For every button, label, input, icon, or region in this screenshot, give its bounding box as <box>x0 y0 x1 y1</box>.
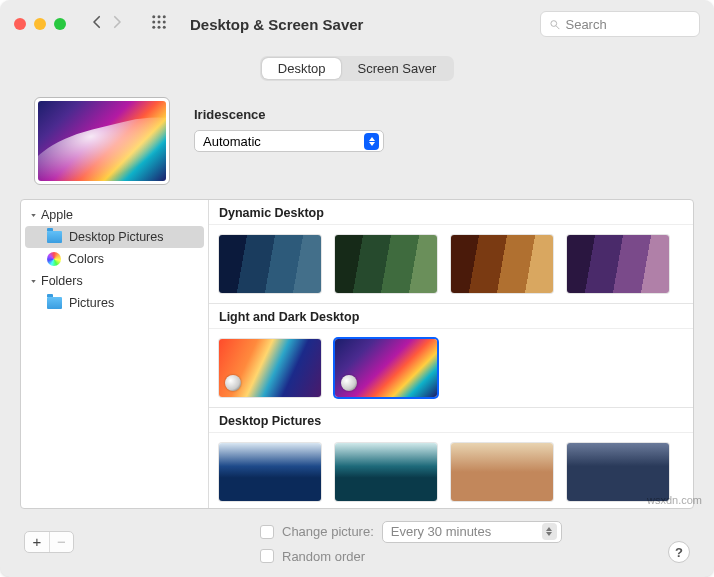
content-area: Iridescence Automatic Apple Desktop Pict… <box>0 91 714 577</box>
wallpaper-mode-select[interactable]: Automatic <box>194 130 384 152</box>
color-wheel-icon <box>47 252 61 266</box>
disclosure-triangle-icon <box>29 277 38 286</box>
tab-bar: Desktop Screen Saver <box>0 48 714 91</box>
change-interval-value: Every 30 minutes <box>391 524 491 539</box>
svg-point-3 <box>152 21 155 24</box>
sidebar-item-label: Desktop Pictures <box>69 230 163 244</box>
sidebar-item-pictures[interactable]: Pictures <box>21 292 208 314</box>
sidebar-group-label: Folders <box>41 274 83 288</box>
sidebar-item-desktop-pictures[interactable]: Desktop Pictures <box>25 226 204 248</box>
gallery-section-light-dark: Light and Dark Desktop <box>209 304 693 329</box>
gallery-section-desktop-pictures: Desktop Pictures <box>209 408 693 433</box>
wallpaper-thumb[interactable] <box>335 339 437 397</box>
dynamic-badge-icon <box>341 375 357 391</box>
window-controls <box>14 18 66 30</box>
help-button[interactable]: ? <box>668 541 690 563</box>
sidebar-item-label: Pictures <box>69 296 114 310</box>
random-order-checkbox[interactable] <box>260 549 274 563</box>
add-remove-buttons: + − <box>24 531 74 553</box>
wallpaper-name-label: Iridescence <box>194 107 384 122</box>
svg-point-6 <box>152 26 155 29</box>
gallery-section-dynamic: Dynamic Desktop <box>209 200 693 225</box>
wallpaper-thumb[interactable] <box>567 443 669 501</box>
close-button[interactable] <box>14 18 26 30</box>
split-view: Apple Desktop Pictures Colors Folders <box>20 199 694 509</box>
stepper-icon <box>542 523 557 540</box>
sidebar-item-colors[interactable]: Colors <box>21 248 208 270</box>
show-all-button[interactable] <box>138 13 168 35</box>
svg-point-8 <box>163 26 166 29</box>
source-sidebar: Apple Desktop Pictures Colors Folders <box>21 200 209 508</box>
preferences-window: Desktop & Screen Saver Desktop Screen Sa… <box>0 0 714 577</box>
change-picture-label: Change picture: <box>282 524 374 539</box>
svg-point-5 <box>163 21 166 24</box>
svg-point-7 <box>158 26 161 29</box>
current-wallpaper-preview <box>34 97 170 185</box>
sidebar-item-label: Colors <box>68 252 104 266</box>
wallpaper-thumb[interactable] <box>219 443 321 501</box>
search-input[interactable] <box>565 17 691 32</box>
sidebar-group-label: Apple <box>41 208 73 222</box>
back-button[interactable] <box>88 13 106 35</box>
svg-point-2 <box>163 15 166 18</box>
toolbar-nav <box>88 13 126 35</box>
remove-folder-button[interactable]: − <box>49 532 73 552</box>
wallpaper-mode-value: Automatic <box>203 134 261 149</box>
wallpaper-thumb[interactable] <box>335 443 437 501</box>
chevron-left-icon <box>88 13 106 31</box>
change-picture-checkbox[interactable] <box>260 525 274 539</box>
wallpaper-thumb[interactable] <box>451 235 553 293</box>
window-title: Desktop & Screen Saver <box>190 16 363 33</box>
watermark: wsxdn.com <box>647 494 702 506</box>
svg-line-10 <box>556 25 559 28</box>
wallpaper-thumb[interactable] <box>219 235 321 293</box>
forward-button[interactable] <box>108 13 126 35</box>
disclosure-triangle-icon <box>29 211 38 220</box>
grid-icon <box>150 13 168 31</box>
sidebar-group-folders[interactable]: Folders <box>21 270 208 292</box>
sidebar-group-apple[interactable]: Apple <box>21 204 208 226</box>
folder-icon <box>47 297 62 309</box>
dynamic-badge-icon <box>225 375 241 391</box>
toolbar: Desktop & Screen Saver <box>0 0 714 48</box>
svg-point-1 <box>158 15 161 18</box>
zoom-button[interactable] <box>54 18 66 30</box>
tab-screen-saver[interactable]: Screen Saver <box>341 58 452 79</box>
wallpaper-gallery[interactable]: Dynamic Desktop Light and Dark Desktop D… <box>209 200 693 508</box>
footer-controls: + − Change picture: Every 30 minutes Ran… <box>20 519 694 565</box>
preview-row: Iridescence Automatic <box>20 91 694 189</box>
svg-point-0 <box>152 15 155 18</box>
wallpaper-thumb[interactable] <box>335 235 437 293</box>
search-field[interactable] <box>540 11 700 37</box>
random-order-label: Random order <box>282 549 365 564</box>
folder-icon <box>47 231 62 243</box>
svg-point-4 <box>158 21 161 24</box>
stepper-icon <box>364 133 379 150</box>
tab-desktop[interactable]: Desktop <box>262 58 342 79</box>
search-icon <box>549 18 560 31</box>
change-interval-select[interactable]: Every 30 minutes <box>382 521 562 543</box>
minimize-button[interactable] <box>34 18 46 30</box>
svg-point-9 <box>551 20 557 26</box>
wallpaper-thumb[interactable] <box>567 235 669 293</box>
chevron-right-icon <box>108 13 126 31</box>
wallpaper-thumb[interactable] <box>451 443 553 501</box>
add-folder-button[interactable]: + <box>25 532 49 552</box>
wallpaper-thumb[interactable] <box>219 339 321 397</box>
